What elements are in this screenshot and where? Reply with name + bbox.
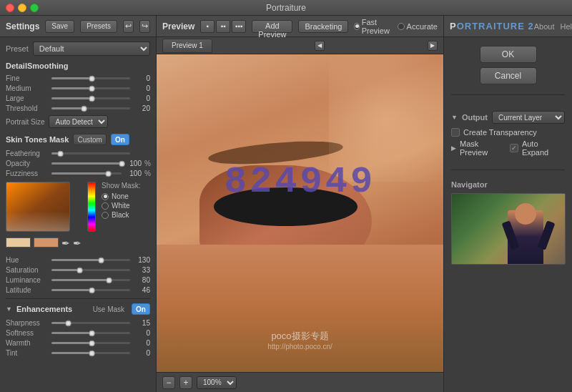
help-link[interactable]: Help xyxy=(561,22,573,31)
color-hue-strip[interactable] xyxy=(87,182,96,232)
saturation-value: 33 xyxy=(133,266,150,274)
radio-white[interactable] xyxy=(102,202,109,210)
fuzziness-slider-track[interactable] xyxy=(51,172,122,175)
fuzziness-label: Fuzziness xyxy=(6,170,49,177)
luminance-slider-track[interactable] xyxy=(51,279,130,281)
maximize-button[interactable] xyxy=(30,4,39,12)
add-preview-button[interactable]: Add Preview xyxy=(252,20,292,33)
enhancements-collapse-icon[interactable]: ▼ xyxy=(6,305,12,313)
radio-none-label: None xyxy=(112,192,129,200)
skin-tones-on-badge[interactable]: On xyxy=(111,134,129,145)
fine-label: Fine xyxy=(6,74,49,82)
radio-none[interactable] xyxy=(102,193,109,200)
tint-slider-track[interactable] xyxy=(51,352,130,354)
latitude-slider-track[interactable] xyxy=(51,289,130,291)
zoom-select[interactable]: 100% 50% 200% xyxy=(197,376,237,389)
fine-value: 0 xyxy=(133,74,150,82)
large-slider-track[interactable] xyxy=(51,97,130,99)
center-toolbar: Preview ▪ ▪▪ ▪▪▪ Add Preview Bracketing … xyxy=(157,16,443,37)
opacity-label: Opacity xyxy=(6,160,49,167)
save-button[interactable]: Save xyxy=(45,20,74,33)
radio-none-row[interactable]: None xyxy=(102,192,140,200)
preset-row: Preset Default xyxy=(6,41,150,56)
accurate-radio[interactable]: Accurate xyxy=(398,22,438,31)
portrait-size-select[interactable]: Auto Detect xyxy=(49,115,108,128)
settings-label: Settings xyxy=(6,21,39,31)
hue-slider-track[interactable] xyxy=(51,259,130,261)
radio-black-label: Black xyxy=(112,211,129,219)
view-mode-buttons: ▪ ▪▪ ▪▪▪ xyxy=(200,20,246,33)
enhancements-on-badge[interactable]: On xyxy=(132,303,150,315)
softness-slider-track[interactable] xyxy=(51,332,130,334)
create-transparency-label: Create Transparency xyxy=(463,128,537,137)
watermark: poco摄影专题 http://photo.poco.cn/ xyxy=(267,330,332,351)
navigator-thumbnail xyxy=(451,193,566,265)
medium-slider-track[interactable] xyxy=(51,87,130,89)
color-gradient[interactable] xyxy=(6,182,70,232)
warmth-value: 0 xyxy=(133,339,150,347)
cancel-button[interactable]: Cancel xyxy=(480,67,537,84)
threshold-slider-track[interactable] xyxy=(51,107,130,109)
opacity-slider-track[interactable] xyxy=(51,162,122,165)
presets-button[interactable]: Presets xyxy=(80,20,117,33)
fast-preview-radio[interactable]: Fast Preview xyxy=(354,18,391,35)
next-arrow[interactable]: ▶ xyxy=(428,41,438,51)
fine-slider-row: Fine 0 xyxy=(6,74,150,82)
view-multi-button[interactable]: ▪▪▪ xyxy=(232,20,246,33)
custom-badge[interactable]: Custom xyxy=(73,134,106,145)
show-mask-area: Show Mask: None White Black xyxy=(102,182,140,252)
opacity-slider-row: Opacity 100 % xyxy=(6,160,150,167)
redo-button[interactable]: ↪ xyxy=(139,20,150,33)
right-toolbar: PORTRAITURE 2 About Help xyxy=(444,16,572,37)
navigator-label: Navigator xyxy=(451,180,565,189)
fuzziness-percent: % xyxy=(144,170,150,177)
view-single-button[interactable]: ▪ xyxy=(200,20,214,33)
bracketing-button[interactable]: Bracketing xyxy=(298,20,348,33)
radio-black[interactable] xyxy=(102,212,109,219)
zoom-in-button[interactable]: + xyxy=(179,376,192,389)
auto-expand-checkbox[interactable] xyxy=(510,144,518,152)
divider xyxy=(6,298,150,299)
preset-select[interactable]: Default xyxy=(33,41,150,56)
preview-tabs: Preview 1 ◀ ▶ xyxy=(157,37,443,54)
output-collapse-icon[interactable]: ▼ xyxy=(451,114,458,121)
saturation-slider-track[interactable] xyxy=(51,269,130,271)
minimize-button[interactable] xyxy=(18,4,26,12)
radio-white-row[interactable]: White xyxy=(102,202,140,210)
saturation-slider-row: Saturation 33 xyxy=(6,266,150,274)
luminance-value: 80 xyxy=(133,276,150,284)
accurate-label: Accurate xyxy=(407,22,438,31)
swatch-medium[interactable] xyxy=(34,237,59,248)
feathering-slider-track[interactable] xyxy=(51,152,130,155)
medium-slider-row: Medium 0 xyxy=(6,84,150,92)
use-mask-label: Use Mask xyxy=(93,305,124,313)
mask-preview-collapse-icon[interactable]: ▶ xyxy=(451,144,456,152)
close-button[interactable] xyxy=(6,4,14,12)
warmth-slider-track[interactable] xyxy=(51,342,130,344)
eyedropper1-icon[interactable]: ✒ xyxy=(61,237,70,249)
prev-arrow[interactable]: ◀ xyxy=(315,41,325,51)
enhancements-header: ▼ Enhancements Use Mask On xyxy=(6,303,150,315)
fuzziness-value: 100 xyxy=(124,170,142,177)
swatch-light[interactable] xyxy=(6,237,31,248)
left-panel: Settings Save Presets ↩ ↪ Preset Default… xyxy=(0,16,157,392)
feathering-label: Feathering xyxy=(6,150,49,157)
fast-preview-radio-dot[interactable] xyxy=(354,23,359,30)
undo-button[interactable]: ↩ xyxy=(123,20,134,33)
sharpness-slider-track[interactable] xyxy=(51,322,130,324)
preview-tab-1[interactable]: Preview 1 xyxy=(162,39,212,53)
skin-tones-label: Skin Tones Mask xyxy=(6,135,69,144)
accurate-radio-dot[interactable] xyxy=(398,23,405,30)
tint-label: Tint xyxy=(6,349,49,357)
zoom-out-button[interactable]: − xyxy=(162,376,175,389)
left-content: Preset Default DetailSmoothing Fine 0 Me… xyxy=(0,37,156,392)
create-transparency-checkbox[interactable] xyxy=(451,128,460,137)
output-select[interactable]: Current Layer New Layer xyxy=(492,111,565,124)
portrait-size-label: Portrait Size xyxy=(6,118,44,126)
radio-black-row[interactable]: Black xyxy=(102,211,140,219)
eyedropper2-icon[interactable]: ✒ xyxy=(73,237,82,249)
ok-button[interactable]: OK xyxy=(480,46,537,63)
about-link[interactable]: About xyxy=(534,22,555,31)
fine-slider-track[interactable] xyxy=(51,77,130,79)
view-split-button[interactable]: ▪▪ xyxy=(216,20,230,33)
